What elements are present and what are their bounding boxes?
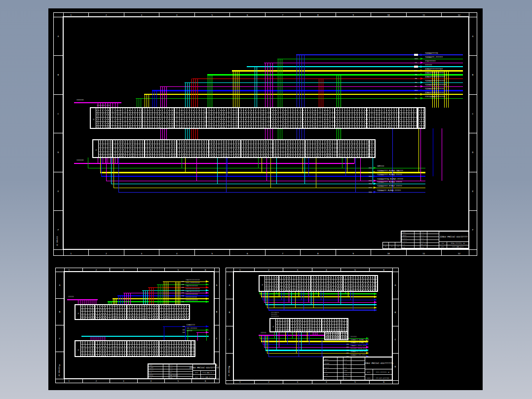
terminal-table: ?D — [75, 341, 195, 357]
title-item-value: P?Sc-??????|- W — [451, 242, 464, 244]
sheet-size-text: A2 398x420 — [56, 236, 58, 245]
bus-label: ??4?????? — [425, 60, 436, 62]
title-cell: ??? — [170, 377, 172, 379]
title-cell: ? ? ? — [402, 238, 407, 239]
title-item-label: ???? — [195, 372, 198, 374]
title-cell: ? ? — [324, 378, 327, 380]
annotation-text: ?????? — [261, 332, 266, 334]
bus-label: ??Y?220kV???????2 — [425, 95, 446, 98]
wire-tag: 1?A — [181, 280, 184, 282]
title-cell: ? ? — [324, 370, 327, 372]
title-block: 220kV PRC15C-415?2????2???????2-306-??-?… — [148, 364, 219, 379]
table-header: ?D — [262, 284, 264, 286]
table-header: ?D — [272, 326, 274, 328]
bus-label: ?220kV?? ???-???? — [350, 354, 366, 356]
wire-tag — [414, 54, 418, 56]
ruler-number: 12 — [458, 252, 461, 255]
wire-tag: 12A — [346, 349, 348, 351]
wire-tag: 12kA — [369, 167, 372, 169]
title-cell: ?? — [385, 246, 387, 247]
title-cell: ? ? — [170, 364, 172, 366]
title-cell: ? ? — [170, 369, 172, 371]
title-cell: 2???| — [149, 374, 153, 376]
title-cell: ? ? — [421, 235, 423, 237]
bus-label: ??????? — [350, 336, 357, 338]
drawing-title: 220kV PRC15C-415?2???? — [440, 236, 468, 238]
bus-label: 220kV???????????? — [425, 76, 446, 78]
bus-label: 220kV??????????? — [425, 91, 444, 94]
bus-label: ??0???????????? — [186, 279, 200, 281]
title-cell: ???3 ? ? — [344, 374, 351, 376]
title-cell: ? ? — [421, 238, 423, 239]
wire-tag — [414, 66, 418, 68]
bus-label: ?220kV????2 — [425, 52, 438, 54]
wire-tag: TYL — [415, 97, 417, 99]
sheet-size-text: A2 398x420 — [58, 366, 60, 376]
wire-tag: 12A — [346, 337, 348, 339]
bus-label: ?220kV??? PLP02-????? — [350, 339, 369, 341]
title-cell: ?| — [391, 246, 392, 247]
bus-label: S?HBV???? — [187, 324, 195, 326]
title-cell: ? ? ? — [324, 366, 329, 368]
title-cell: ? ? — [421, 232, 423, 234]
table-header: ?D — [93, 119, 95, 120]
wire-tag: 12A — [346, 352, 348, 354]
wire-tag: TBL — [415, 78, 417, 80]
wire-tag: 1?A — [181, 289, 184, 291]
annotation-text: ?????? — [76, 159, 84, 161]
wire-tag: 1?A — [181, 286, 184, 288]
title-item-value: ???-S??-1????3? — [376, 377, 389, 379]
terminal-table — [325, 332, 348, 340]
title-cell: ? ? — [402, 243, 405, 245]
bus-label: ??0kV?? ?????-???? — [350, 345, 367, 347]
bus-label: ????????????? — [186, 293, 198, 295]
title-item-value: ????-306-1??? — [452, 246, 464, 248]
title-cell: ???? — [402, 232, 406, 234]
bus-label: ?220kV??? P?P0?-????? — [377, 185, 402, 187]
title-cell: ???? — [344, 370, 347, 372]
bus-label: ?????? — [187, 330, 192, 332]
title-item-value: ???2-306-??-? — [202, 372, 214, 374]
title-item-label: ???? — [367, 377, 371, 379]
wire-tag: 12A — [346, 346, 348, 348]
title-cell: ? ? — [344, 359, 346, 360]
annotation-text: ?????? — [68, 296, 74, 298]
title-cell: ? ? — [402, 246, 405, 248]
bus-label: ?220kV??,?????? — [425, 56, 443, 58]
title-item-value: ??!?-???????- W — [376, 371, 389, 373]
bus-label: ???-??????? — [187, 327, 197, 329]
table-header: ?D — [95, 149, 97, 151]
title-cell: ?2??? — [324, 359, 329, 360]
title-cell: ? ? ? — [402, 240, 407, 242]
terminal-table: ?D — [75, 305, 190, 319]
table-header: ?D — [77, 349, 79, 351]
title-cell: ? ? ? — [149, 369, 153, 371]
cad-drawing: ?D?D112233445566778899101011111212AABBCC… — [0, 0, 532, 399]
bus-label: ?220kV?????????? — [425, 87, 444, 90]
rect — [418, 108, 425, 128]
title-cell: ????2? — [324, 362, 329, 364]
title-cell: ? ? — [421, 246, 423, 248]
title-item-label: ??? — [441, 242, 444, 244]
wire-tag: TKL — [415, 74, 417, 76]
title-cell: ? ?? — [324, 374, 328, 376]
wire-tag: 12kA — [369, 171, 372, 173]
bus-label: ?220kV???????????? — [425, 83, 447, 86]
wire-tag: 12kA — [369, 175, 372, 177]
terminal-table: ?D — [270, 319, 348, 332]
ruler-number: 12 — [458, 14, 461, 16]
bus-label: ?220kV?? PLP02-????? — [377, 189, 401, 192]
title-cell: ?? — [397, 246, 399, 247]
title-cell: ? ? — [149, 372, 152, 374]
wire-tag: 12kA — [415, 58, 418, 60]
bus-label: ?PT??? — [377, 165, 384, 167]
wire-tag: 12A — [346, 343, 348, 345]
wire-tag: 12kA — [369, 191, 372, 193]
bus-label: ?220kV??? PLP02-????? — [377, 173, 402, 176]
rect — [90, 108, 417, 128]
title-cell: ? ? — [344, 366, 346, 368]
bus-label: ????,?????????? — [186, 282, 200, 284]
wire-tag: TKL — [415, 81, 417, 83]
annotation-text: ????????? — [271, 316, 279, 318]
title-cell: ?,??? — [149, 367, 153, 369]
